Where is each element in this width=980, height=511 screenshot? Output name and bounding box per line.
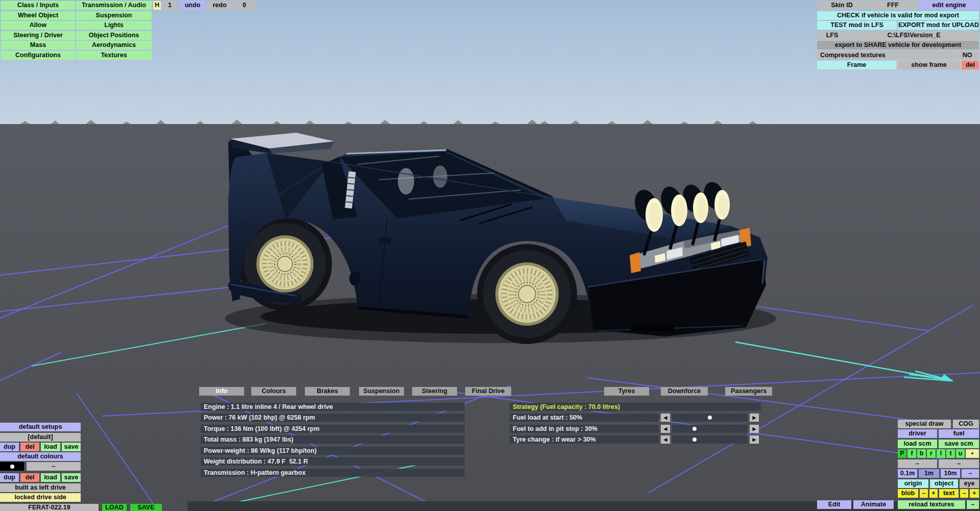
undo-button[interactable]: undo	[180, 1, 205, 10]
wheel-key-P[interactable]: P	[898, 449, 906, 458]
tab-info[interactable]: Info	[199, 387, 244, 396]
load-scm-button[interactable]: load scm	[898, 440, 937, 448]
wheel-key-f[interactable]: f	[907, 449, 916, 458]
fuel-load-slider[interactable]	[672, 413, 748, 422]
load-vehicle-button[interactable]: LOAD	[102, 504, 127, 511]
tab-brakes[interactable]: Brakes	[305, 387, 350, 396]
wheel-key-l[interactable]: l	[937, 449, 945, 458]
reload-textures-button[interactable]: reload textures	[898, 500, 965, 509]
menu-steering-driver[interactable]: Steering / Driver	[1, 31, 75, 40]
tyre-change-increase-button[interactable]: ▶	[750, 435, 759, 444]
blob-minus-button[interactable]: –	[920, 489, 928, 498]
setup-dup-button[interactable]: dup	[0, 443, 19, 451]
fuel-button[interactable]: fuel	[939, 429, 979, 438]
history-count[interactable]: 1	[162, 1, 178, 10]
default-colours-button[interactable]: default colours	[0, 452, 81, 461]
wheel-key-b[interactable]: b	[917, 449, 926, 458]
colour-load-button[interactable]: load	[41, 473, 60, 482]
lfs-button[interactable]: LFS	[817, 31, 847, 40]
current-setup-button[interactable]: [default]	[0, 433, 81, 442]
colour-name-button[interactable]: –	[27, 462, 81, 471]
scale-dash-button[interactable]: –	[962, 469, 979, 478]
reload-dash-button[interactable]: –	[967, 500, 979, 509]
built-as-left-drive-button[interactable]: built as left drive	[0, 483, 81, 492]
frame-del-button[interactable]: del	[962, 61, 979, 69]
wheel-key-u[interactable]: u	[956, 449, 965, 458]
tab-final-drive[interactable]: Final Drive	[465, 387, 511, 396]
menu-suspension[interactable]: Suspension	[76, 11, 152, 20]
dash-a-button[interactable]: –	[898, 459, 937, 468]
compressed-textures-toggle[interactable]: NO	[955, 51, 979, 60]
tab-colours[interactable]: Colours	[251, 387, 296, 396]
dash-b-button[interactable]: –	[939, 459, 979, 468]
locked-drive-side-button[interactable]: locked drive side	[0, 493, 81, 502]
edit-engine-button[interactable]: edit engine	[919, 1, 979, 10]
show-frame-button[interactable]: show frame	[898, 61, 960, 69]
fuel-load-increase-button[interactable]: ▶	[750, 413, 759, 422]
fuel-load-decrease-button[interactable]: ◀	[661, 413, 670, 422]
wheel-dot-button[interactable]: •	[966, 449, 979, 458]
scale-0-1m-button[interactable]: 0.1m	[898, 469, 917, 478]
wheel-key-r[interactable]: r	[927, 449, 936, 458]
compressed-textures-label[interactable]: Compressed textures	[817, 51, 954, 60]
colour-dup-button[interactable]: dup	[0, 473, 19, 482]
menu-textures[interactable]: Textures	[76, 51, 152, 60]
menu-class-inputs[interactable]: Class / Inputs	[1, 1, 75, 10]
scale-1m-button[interactable]: 1m	[919, 469, 939, 478]
text-button[interactable]: text	[939, 489, 959, 498]
tyre-change-slider[interactable]	[672, 435, 748, 444]
menu-transmission-audio[interactable]: Transmission / Audio	[76, 1, 152, 10]
cog-button[interactable]: COG	[953, 420, 979, 428]
handle-toggle[interactable]: H	[153, 1, 161, 10]
skin-id-value[interactable]: FFF	[868, 1, 918, 10]
save-scm-button[interactable]: save scm	[939, 440, 979, 448]
share-vehicle-button[interactable]: export to SHARE vehicle for development	[817, 41, 979, 50]
fuel-load-slider-dot[interactable]	[708, 416, 712, 420]
colour-swatch[interactable]	[0, 462, 24, 471]
pit-fuel-increase-button[interactable]: ▶	[750, 425, 759, 433]
driver-button[interactable]: driver	[898, 429, 937, 438]
redo-count[interactable]: 0	[233, 1, 255, 10]
colour-del-button[interactable]: del	[20, 473, 39, 482]
pit-fuel-slider-dot[interactable]	[692, 427, 697, 431]
edit-mode-button[interactable]: Edit	[817, 500, 851, 509]
text-minus-button[interactable]: –	[960, 489, 968, 498]
tyre-change-slider-dot[interactable]	[692, 437, 697, 442]
tab-steering[interactable]: Steering	[412, 387, 457, 396]
special-draw-button[interactable]: special draw	[898, 420, 951, 428]
setup-load-button[interactable]: load	[41, 443, 60, 451]
setup-del-button[interactable]: del	[20, 443, 39, 451]
export-mod-button[interactable]: EXPORT mod for UPLOAD	[898, 21, 979, 30]
blob-plus-button[interactable]: +	[929, 489, 938, 498]
test-mod-button[interactable]: TEST mod in LFS	[817, 21, 897, 30]
animate-mode-button[interactable]: Animate	[853, 500, 894, 509]
scale-10m-button[interactable]: 10m	[941, 469, 960, 478]
menu-object-positions[interactable]: Object Positions	[76, 31, 152, 40]
object-button[interactable]: object	[930, 479, 958, 488]
menu-aerodynamics[interactable]: Aerodynamics	[76, 41, 152, 50]
tab-passengers[interactable]: Passengers	[725, 387, 772, 396]
blob-button[interactable]: blob	[898, 489, 918, 498]
save-vehicle-button[interactable]: SAVE	[130, 504, 162, 511]
wheel-key-t[interactable]: t	[946, 449, 955, 458]
menu-mass[interactable]: Mass	[1, 41, 75, 50]
redo-button[interactable]: redo	[207, 1, 232, 10]
origin-button[interactable]: origin	[898, 479, 928, 488]
skin-id-button[interactable]: Skin ID	[817, 1, 867, 10]
pit-fuel-slider[interactable]	[672, 425, 748, 433]
frame-button[interactable]: Frame	[817, 61, 896, 69]
colour-save-button[interactable]: save	[62, 473, 81, 482]
menu-configurations[interactable]: Configurations	[1, 51, 75, 60]
viewport-3d[interactable]	[0, 0, 980, 511]
tab-suspension[interactable]: Suspension	[359, 387, 404, 396]
menu-wheel-object[interactable]: Wheel Object	[1, 11, 75, 20]
tab-tyres[interactable]: Tyres	[604, 387, 649, 396]
tab-downforce[interactable]: Downforce	[661, 387, 708, 396]
lfs-path-value[interactable]: C:\LFS\Version_E	[849, 31, 979, 40]
pit-fuel-decrease-button[interactable]: ◀	[661, 425, 670, 433]
menu-lights[interactable]: Lights	[76, 21, 152, 30]
eye-button[interactable]: eye	[960, 479, 979, 488]
vehicle-file-name[interactable]: FERAT-022.19	[0, 504, 99, 511]
menu-allow[interactable]: Allow	[1, 21, 75, 30]
text-plus-button[interactable]: +	[970, 489, 979, 498]
